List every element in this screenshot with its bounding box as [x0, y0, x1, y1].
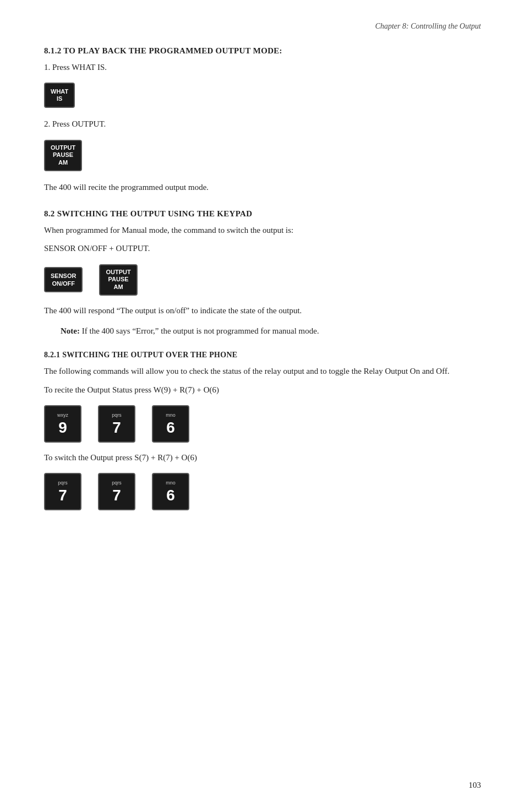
- page-number: 103: [469, 781, 482, 790]
- output-key-1: OUTPUTPAUSEAM: [44, 140, 82, 171]
- section-812-note: The 400 will recite the programmed outpu…: [44, 181, 481, 194]
- what-is-key: WHATIS: [44, 83, 75, 108]
- section-821-intro: The following commands will allow you to…: [44, 365, 481, 378]
- section-82-intro: When programmed for Manual mode, the com…: [44, 224, 481, 237]
- section-82-response: The 400 will respond “The output is on/o…: [44, 304, 481, 317]
- note-text: If the 400 says “Error,” the output is n…: [82, 326, 319, 335]
- switch-key-6: mno 6: [152, 473, 189, 510]
- section-82-note: Note: If the 400 says “Error,” the outpu…: [61, 325, 481, 337]
- switch-key-7b: pqrs 7: [98, 473, 135, 510]
- switch-key-7a: pqrs 7: [44, 473, 81, 510]
- switch-label: To switch the Output press S(7) + R(7) +…: [44, 451, 481, 464]
- switch-keys-row: pqrs 7 pqrs 7 mno 6: [44, 471, 481, 513]
- recite-key-7: pqrs 7: [98, 405, 135, 443]
- section-821-title: 8.2.1 SWITCHING THE OUTPUT OVER THE PHON…: [44, 351, 481, 359]
- step-2-label: 2. Press OUTPUT.: [44, 118, 481, 130]
- chapter-header: Chapter 8: Controlling the Output: [44, 22, 481, 31]
- output-key-2: OUTPUTPAUSEAM: [99, 264, 137, 296]
- note-label: Note:: [61, 326, 80, 335]
- section-812-title: 8.1.2 TO PLAY BACK THE PROGRAMMED OUTPUT…: [44, 46, 481, 56]
- section-82-command: SENSOR ON/OFF + OUTPUT.: [44, 242, 481, 255]
- section-82-title: 8.2 SWITCHING THE OUTPUT USING THE KEYPA…: [44, 209, 481, 219]
- recite-key-6: mno 6: [152, 405, 189, 443]
- recite-keys-row: wxyz 9 pqrs 7 mno 6: [44, 403, 481, 445]
- recite-key-9: wxyz 9: [44, 405, 81, 443]
- step-2: 2. Press OUTPUT. OUTPUTPAUSEAM: [44, 118, 481, 173]
- step-1-label: 1. Press WHAT IS.: [44, 61, 481, 74]
- step-1: 1. Press WHAT IS. WHATIS: [44, 61, 481, 110]
- recite-label: To recite the Output Status press W(9) +…: [44, 384, 481, 396]
- sensor-key: SENSORON/OFF: [44, 267, 83, 292]
- sensor-output-keys-row: SENSORON/OFF OUTPUTPAUSEAM: [44, 262, 481, 298]
